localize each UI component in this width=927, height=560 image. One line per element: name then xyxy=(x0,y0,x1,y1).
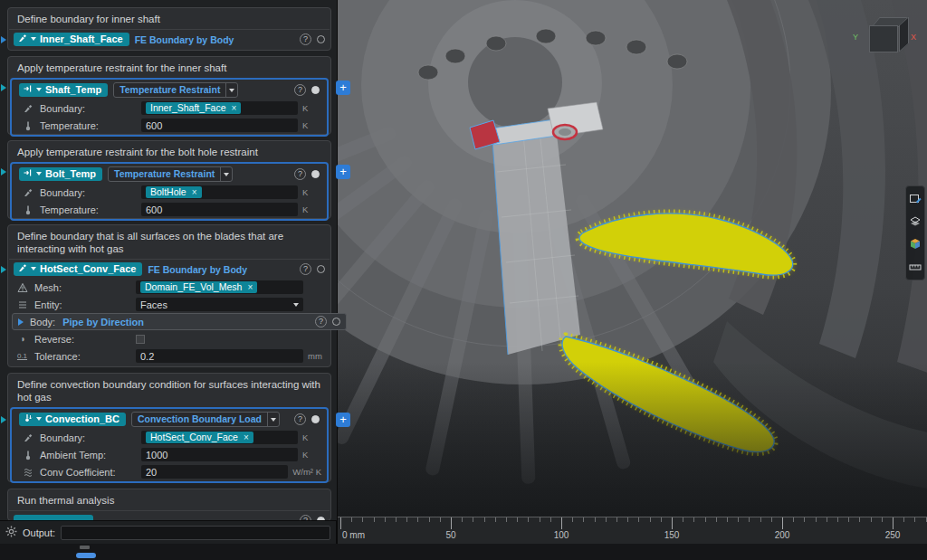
gear-icon[interactable] xyxy=(5,525,17,541)
ruler-label: 100 xyxy=(554,530,569,540)
fe-boundary-icon xyxy=(18,33,27,44)
boundary-field[interactable]: Inner_Shaft_Face × xyxy=(141,101,298,115)
add-feature-button[interactable]: + xyxy=(336,165,350,179)
ruler-label: 250 xyxy=(885,530,901,540)
status-circle[interactable] xyxy=(311,86,320,94)
display-style-icon[interactable] xyxy=(909,193,922,205)
output-label: Output: xyxy=(23,527,55,538)
feature-type-dropdown[interactable]: Convection Boundary Load xyxy=(131,412,280,427)
feature-name: HotSect_Conv_Face xyxy=(40,263,136,274)
entity-list-icon xyxy=(15,299,29,310)
status-circle[interactable] xyxy=(311,415,320,423)
chip-close-icon[interactable]: × xyxy=(231,103,236,113)
conv-coefficient-input[interactable]: 20 xyxy=(141,465,288,479)
output-input[interactable] xyxy=(61,526,330,540)
card-bolt-temp: Apply temperature restraint for the bolt… xyxy=(7,140,331,219)
material-box-icon[interactable] xyxy=(909,238,922,251)
ambient-temp-input[interactable]: 1000 xyxy=(141,448,298,461)
chevron-down-icon xyxy=(31,37,36,41)
expand-arrow[interactable] xyxy=(1,266,6,273)
row-label: Entity: xyxy=(34,299,136,310)
body-subfeature-row: Body: Pipe by Direction ? xyxy=(12,313,347,330)
boundary-field[interactable]: BoltHole × xyxy=(141,185,298,199)
feature-type-dropdown[interactable]: Temperature Restraint xyxy=(108,166,233,182)
add-feature-button[interactable]: + xyxy=(336,81,350,95)
feature-name-chip[interactable]: Inner_Shaft_Face xyxy=(14,33,129,46)
chip-close-icon[interactable]: × xyxy=(247,282,253,292)
feature-type[interactable]: FE Boundary by Body xyxy=(135,34,234,45)
ruler-label: 0 mm xyxy=(342,530,365,540)
temperature-input[interactable]: 600 xyxy=(141,119,298,132)
tolerance-icon: 0.1 xyxy=(15,352,29,360)
temperature-restraint-icon xyxy=(24,84,33,95)
expand-arrow[interactable] xyxy=(1,36,6,43)
feature-type[interactable]: FE Boundary by Body xyxy=(148,264,247,275)
convection-waves-icon xyxy=(21,467,34,478)
measure-ruler-icon[interactable] xyxy=(909,261,922,273)
expand-arrow[interactable] xyxy=(18,318,24,326)
card-run-thermal-analysis: Run thermal analysis ? xyxy=(7,489,331,521)
help-icon[interactable]: ? xyxy=(294,168,306,180)
card-convection-bc: Define convection boundary condition for… xyxy=(7,373,331,482)
status-circle[interactable] xyxy=(317,35,325,43)
feature-name-chip[interactable]: Convection_BC xyxy=(19,413,126,426)
feature-name-chip[interactable]: HotSect_Conv_Face xyxy=(14,262,142,276)
help-icon[interactable]: ? xyxy=(315,316,327,327)
view-cube[interactable]: Y X xyxy=(851,9,918,63)
selection-chip[interactable]: HotSect_Conv_Face × xyxy=(146,432,253,443)
bottom-scrollbar-track xyxy=(0,544,927,560)
expand-arrow[interactable] xyxy=(1,168,6,176)
chip-close-icon[interactable]: × xyxy=(192,187,197,197)
selection-chip[interactable]: Domain_FE_Vol_Mesh × xyxy=(140,281,257,293)
horizontal-scrollbar-thumb[interactable] xyxy=(76,553,96,558)
fe-boundary-icon xyxy=(18,263,27,274)
help-icon[interactable]: ? xyxy=(300,33,311,45)
row-label: Conv Coefficient: xyxy=(40,467,141,478)
reverse-icon: ◑ xyxy=(15,334,29,344)
axis-x-label: X xyxy=(911,33,916,42)
unit-label: K xyxy=(298,103,321,113)
selection-chip[interactable]: Inner_Shaft_Face × xyxy=(146,102,241,114)
help-icon[interactable]: ? xyxy=(294,84,306,96)
temperature-input[interactable]: 600 xyxy=(141,203,298,216)
chevron-down-icon xyxy=(293,303,299,307)
status-circle[interactable] xyxy=(311,170,320,178)
entity-dropdown[interactable]: Faces xyxy=(136,298,303,311)
thermometer-icon xyxy=(21,450,34,460)
feature-name-chip[interactable]: Shaft_Temp xyxy=(19,83,108,97)
view-cube-front-face[interactable] xyxy=(869,25,898,52)
unit-label: mm xyxy=(303,351,327,361)
body-feature-link[interactable]: Pipe by Direction xyxy=(62,317,144,327)
help-icon[interactable]: ? xyxy=(294,413,306,425)
status-circle[interactable] xyxy=(317,265,325,273)
chevron-down-icon xyxy=(31,267,36,271)
scroll-marker xyxy=(80,546,90,549)
add-feature-button[interactable]: + xyxy=(336,413,350,427)
reverse-checkbox[interactable] xyxy=(136,335,145,344)
axis-y-label: Y xyxy=(853,33,858,42)
tolerance-input[interactable]: 0.2 xyxy=(136,349,303,363)
row-label: Mesh: xyxy=(34,282,136,293)
expand-arrow[interactable] xyxy=(1,416,6,423)
card-hot-section-boundary: Define boundary that is all surfaces on … xyxy=(7,224,331,367)
boundary-brush-icon xyxy=(21,187,34,198)
expand-arrow[interactable] xyxy=(1,84,6,91)
selected-feature-group: Shaft_Temp Temperature Restraint ? Bound… xyxy=(10,78,329,137)
mesh-field[interactable]: Domain_FE_Vol_Mesh × xyxy=(136,280,303,294)
ruler-label: 150 xyxy=(664,530,680,540)
chevron-down-icon xyxy=(36,88,42,91)
chip-close-icon[interactable]: × xyxy=(244,432,249,442)
feature-name-chip[interactable]: Bolt_Temp xyxy=(19,167,102,181)
3d-scene[interactable] xyxy=(338,0,927,517)
3d-viewport: Y X 0 mm 50 100 150 200 250 xyxy=(337,0,927,544)
feature-type-dropdown[interactable]: Temperature Restraint xyxy=(113,82,238,98)
chevron-down-icon xyxy=(36,417,42,421)
row-label: Reverse: xyxy=(34,334,136,345)
help-icon[interactable]: ? xyxy=(300,263,311,275)
card-instruction: Define convection boundary condition for… xyxy=(8,374,330,407)
section-layers-icon[interactable] xyxy=(909,215,922,228)
temperature-restraint-icon xyxy=(24,168,33,179)
selection-chip[interactable]: BoltHole × xyxy=(146,186,202,198)
status-circle[interactable] xyxy=(332,318,340,326)
boundary-field[interactable]: HotSect_Conv_Face × xyxy=(141,431,298,444)
